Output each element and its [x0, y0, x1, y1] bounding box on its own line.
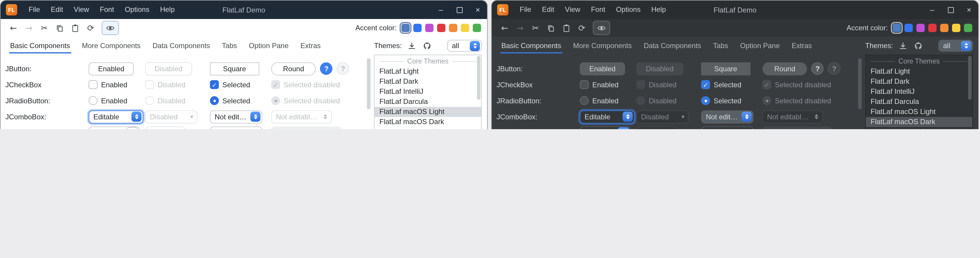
accent-swatch[interactable]: [940, 24, 948, 32]
theme-list-item[interactable]: Current Directory: [375, 127, 481, 129]
download-theme-button[interactable]: [406, 40, 417, 51]
round-button[interactable]: Round: [271, 62, 316, 75]
cut-button[interactable]: ✂: [529, 21, 542, 35]
eye-toggle-button[interactable]: [593, 21, 610, 35]
content-scrollbar-thumb[interactable]: [858, 58, 862, 109]
editable-combobox-input[interactable]: [581, 112, 623, 121]
menu-item[interactable]: Font: [95, 1, 119, 19]
tab[interactable]: Basic Components: [495, 37, 567, 55]
menu-item[interactable]: Options: [611, 1, 646, 19]
theme-list-item[interactable]: FlatLaf Dark: [375, 77, 481, 87]
accent-swatch[interactable]: [449, 24, 457, 32]
minimize-button[interactable]: –: [923, 1, 941, 19]
back-button[interactable]: ←: [6, 21, 20, 35]
editable-textfield-input[interactable]: [214, 128, 258, 129]
github-button[interactable]: [913, 40, 924, 51]
paste-button[interactable]: [560, 21, 573, 35]
paste-button[interactable]: [68, 21, 82, 35]
spinner[interactable]: [89, 126, 140, 129]
help-button[interactable]: ?: [320, 62, 333, 75]
menu-item[interactable]: Edit: [46, 1, 68, 19]
square-button[interactable]: Square: [210, 62, 259, 75]
back-button[interactable]: ←: [498, 21, 511, 35]
combobox-arrows-icon[interactable]: [250, 112, 261, 122]
tab[interactable]: Option Pane: [243, 37, 294, 55]
combobox-arrows-icon[interactable]: [131, 112, 142, 122]
tab[interactable]: More Components: [567, 37, 638, 55]
spinner-arrows-icon[interactable]: [127, 127, 138, 129]
spinner-arrows-icon[interactable]: [618, 127, 629, 129]
editable-textfield[interactable]: [210, 126, 262, 129]
menu-item[interactable]: File: [23, 1, 46, 19]
accent-swatch[interactable]: [904, 24, 913, 32]
accent-swatch[interactable]: [952, 24, 960, 32]
editable-combobox-input[interactable]: [89, 112, 131, 121]
menu-item[interactable]: View: [560, 1, 586, 19]
spinner[interactable]: [580, 126, 631, 129]
spinner-input[interactable]: [581, 128, 618, 129]
checkbox-selected[interactable]: ✓Selected: [210, 80, 250, 89]
editable-textfield-input[interactable]: [705, 128, 749, 129]
tab[interactable]: Extras: [295, 37, 327, 55]
download-theme-button[interactable]: [898, 40, 908, 51]
theme-list-item[interactable]: FlatLaf Dark: [866, 77, 972, 87]
accent-swatch[interactable]: [964, 24, 972, 32]
accent-swatch[interactable]: [413, 24, 422, 32]
tab[interactable]: Data Components: [146, 37, 216, 55]
checkbox-enabled[interactable]: Enabled: [89, 80, 127, 89]
tab[interactable]: Extras: [786, 37, 818, 55]
copy-button[interactable]: [544, 21, 558, 35]
maximize-button[interactable]: [450, 1, 469, 19]
radio-selected[interactable]: Selected: [701, 96, 741, 105]
minimize-button[interactable]: –: [432, 1, 450, 19]
theme-list-item[interactable]: FlatLaf macOS Light: [866, 107, 972, 117]
radio-enabled[interactable]: Enabled: [580, 96, 619, 105]
editable-combobox[interactable]: [89, 110, 143, 123]
enabled-button[interactable]: Enabled: [580, 62, 625, 75]
accent-swatch[interactable]: [437, 24, 445, 32]
tab[interactable]: Data Components: [638, 37, 707, 55]
refresh-button[interactable]: ⟳: [84, 21, 97, 35]
close-window-button[interactable]: ×: [469, 1, 487, 19]
maximize-button[interactable]: [941, 1, 960, 19]
theme-list-scrollbar-thumb[interactable]: [477, 56, 480, 100]
accent-swatch[interactable]: [928, 24, 937, 32]
combobox-arrows-icon[interactable]: [741, 112, 752, 122]
menu-item[interactable]: Help: [154, 1, 180, 19]
combobox-arrows-icon[interactable]: [961, 41, 971, 51]
help-button[interactable]: ?: [811, 62, 824, 75]
accent-swatch[interactable]: [916, 24, 925, 32]
tab[interactable]: Tabs: [707, 37, 734, 55]
theme-filter-combo[interactable]: all: [939, 40, 973, 52]
menu-item[interactable]: Help: [646, 1, 671, 19]
theme-list-scrollbar-thumb[interactable]: [968, 56, 972, 100]
eye-toggle-button[interactable]: [102, 21, 119, 35]
square-button[interactable]: Square: [701, 62, 750, 75]
editable-combobox[interactable]: [580, 110, 635, 123]
radio-selected[interactable]: Selected: [210, 96, 250, 105]
theme-list-item[interactable]: FlatLaf IntelliJ: [866, 87, 972, 97]
menu-item[interactable]: Font: [586, 1, 611, 19]
menu-item[interactable]: Edit: [537, 1, 560, 19]
editable-textfield[interactable]: [701, 126, 753, 129]
close-window-button[interactable]: ×: [960, 1, 978, 19]
theme-list-item[interactable]: FlatLaf Light: [375, 66, 481, 77]
tab[interactable]: Option Pane: [734, 37, 786, 55]
theme-list-item[interactable]: FlatLaf macOS Dark: [866, 117, 972, 127]
not-editable-combobox[interactable]: Not editable: [210, 110, 262, 123]
theme-list-item[interactable]: FlatLaf macOS Dark: [375, 117, 481, 127]
accent-swatch[interactable]: [473, 24, 481, 32]
menu-item[interactable]: View: [68, 1, 95, 19]
copy-button[interactable]: [53, 21, 67, 35]
checkbox-selected[interactable]: ✓Selected: [701, 80, 741, 89]
enabled-button[interactable]: Enabled: [89, 62, 134, 75]
github-button[interactable]: [422, 40, 433, 51]
accent-swatch[interactable]: [425, 24, 434, 32]
not-editable-combobox[interactable]: Not editable: [701, 110, 753, 123]
tab[interactable]: Tabs: [216, 37, 243, 55]
radio-enabled[interactable]: Enabled: [89, 96, 127, 105]
theme-list-item[interactable]: FlatLaf macOS Light: [375, 107, 481, 117]
theme-list-item[interactable]: FlatLaf Darcula: [866, 97, 972, 107]
refresh-button[interactable]: ⟳: [575, 21, 589, 35]
theme-list-item[interactable]: FlatLaf Darcula: [375, 97, 481, 107]
